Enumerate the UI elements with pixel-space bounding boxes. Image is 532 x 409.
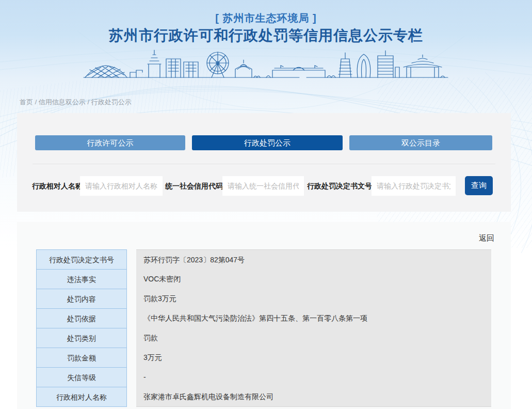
penalty-doc-number-input[interactable] [372,176,456,196]
row-value: 张家港市卓氏鑫辉机电设备制造有限公司 [136,387,491,407]
row-label: 违法事实 [36,269,127,289]
counterpart-name-label: 行政相对人名称 [32,176,83,196]
breadcrumb-separator: / [87,98,91,106]
row-value: - [136,367,491,387]
row-label: 失信等级 [36,367,127,387]
table-row: 处罚依据 《中华人民共和国大气污染防治法》第四十五条、第一百零八条第一项 [36,308,491,328]
table-row: 罚款金额 3万元 [36,348,491,368]
row-label: 处罚内容 [36,289,127,309]
tab-administrative-penalty[interactable]: 行政处罚公示 [192,135,343,150]
penalty-doc-number-label: 行政处罚决定书文号 [307,176,372,196]
table-row: 处罚类别 罚款 [36,328,491,348]
tab-administrative-license[interactable]: 行政许可公示 [35,135,185,150]
search-panel [17,113,511,212]
row-value: 罚款3万元 [136,289,491,309]
search-button[interactable]: 查询 [465,176,493,195]
credit-code-label: 统一社会信用代码 [165,176,223,196]
credit-code-input[interactable] [222,176,304,196]
row-label: 行政处罚决定文书号 [36,249,127,270]
row-value: VOC未密闭 [136,269,491,289]
row-label: 罚款金额 [36,348,127,368]
row-label: 处罚类别 [36,328,127,348]
table-row: 违法事实 VOC未密闭 [36,269,491,289]
row-value: 苏环行罚字〔2023〕82第047号 [136,249,491,270]
back-button[interactable]: 返回 [479,233,494,243]
row-label: 处罚依据 [36,308,127,328]
breadcrumb-current-page: 行政处罚公示 [91,98,132,106]
breadcrumb: 首页 / 信用信息双公示 / 行政处罚公示 [20,98,132,107]
breadcrumb-separator: / [35,98,39,106]
row-label: 行政相对人名称 [36,387,127,407]
breadcrumb-dual-publicity[interactable]: 信用信息双公示 [39,98,86,106]
counterpart-name-input[interactable] [80,176,163,196]
table-row: 失信等级 - [36,367,491,387]
penalty-detail-table: 行政处罚决定文书号 苏环行罚字〔2023〕82第047号 违法事实 VOC未密闭… [36,249,491,407]
tab-dual-publicity-catalog[interactable]: 双公示目录 [349,135,492,150]
suzhou-skyline-illustration [83,48,449,80]
panel-divider [33,164,495,164]
page-title: 苏州市行政许可和行政处罚等信用信息公示专栏 [0,26,532,45]
breadcrumb-home[interactable]: 首页 [20,98,33,106]
table-row: 行政处罚决定文书号 苏环行罚字〔2023〕82第047号 [36,249,491,270]
row-value: 罚款 [136,328,491,348]
table-row: 处罚内容 罚款3万元 [36,289,491,309]
row-value: 《中华人民共和国大气污染防治法》第四十五条、第一百零八条第一项 [136,308,491,328]
row-value: 3万元 [136,348,491,368]
bureau-title: [ 苏州市生态环境局 ] [0,11,532,25]
table-row: 行政相对人名称 张家港市卓氏鑫辉机电设备制造有限公司 [36,387,491,407]
